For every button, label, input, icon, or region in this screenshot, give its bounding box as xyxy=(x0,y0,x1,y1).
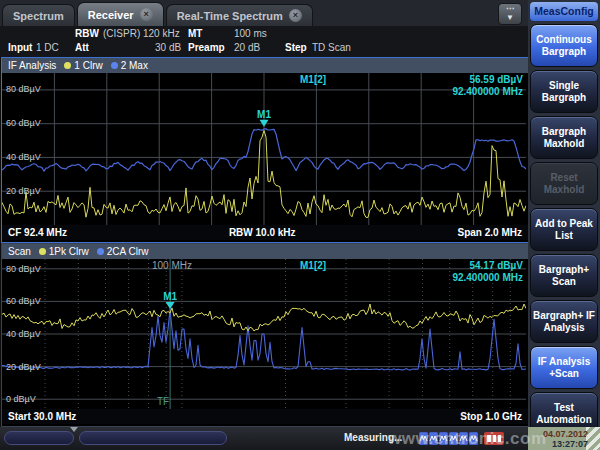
scan-footer: Start 30.0 MHz Stop 1.0 GHz xyxy=(2,409,528,424)
mt-value[interactable]: 100 ms xyxy=(234,28,267,39)
ytick-20: 20 dBµV xyxy=(6,186,41,196)
if-analysis-chart[interactable]: M1 80 dBµV 60 dBµV 40 dBµV 20 dBµV M1[2]… xyxy=(2,73,528,225)
transducer-factor-label: TF xyxy=(157,396,169,407)
softkey-if-analysis-scan[interactable]: IF Analysis +Scan xyxy=(530,346,598,389)
scan-header: Scan 1Pk Clrw 2CA Clrw xyxy=(2,244,528,259)
legend-trace2[interactable]: 2 Max xyxy=(111,60,148,71)
step-value[interactable]: TD Scan xyxy=(312,42,351,53)
tab-label: Spectrum xyxy=(13,10,64,22)
if-spectrum-plot: M1 xyxy=(2,73,526,225)
time-value: 13:27:07 xyxy=(528,439,588,449)
stop-freq-value[interactable]: Stop 1.0 GHz xyxy=(460,409,522,424)
marker-readout-name: M1[2] xyxy=(300,260,326,271)
close-icon[interactable]: × xyxy=(140,8,153,21)
svg-text:M1: M1 xyxy=(163,291,177,302)
marker-readout-freq: 92.400000 MHz xyxy=(452,272,523,283)
marker-readout-level: 56.59 dBµV xyxy=(469,74,523,85)
cf-value[interactable]: CF 92.4 MHz xyxy=(8,225,67,240)
legend-trace1[interactable]: 1Pk Clrw xyxy=(39,246,89,257)
progress-marker-icon xyxy=(70,427,78,432)
tab-overflow-button[interactable]: ⋯ ▼ xyxy=(498,3,522,25)
softkey-menu-title: MeasConfig xyxy=(530,2,598,21)
ytick-40: 40 dBµV xyxy=(6,329,41,339)
chevron-down-icon: ▼ xyxy=(506,13,514,22)
close-icon[interactable]: × xyxy=(289,9,302,22)
softkey-bargraph-if-analysis[interactable]: Bargraph+ IF Analysis xyxy=(530,300,598,343)
softkey-reset-maxhold: Reset Maxhold xyxy=(530,162,598,205)
preamp-value[interactable]: 20 dB xyxy=(234,42,260,53)
trace1-color-dot xyxy=(64,62,71,69)
status-bar: Measuring... xyxy=(0,427,528,450)
trace2-label: 2CA Clrw xyxy=(107,246,149,257)
att-value[interactable]: 30 dB xyxy=(155,42,181,53)
ytick-40: 40 dBµV xyxy=(6,152,41,162)
att-label: Att xyxy=(75,42,89,53)
softkey-bargraph-scan[interactable]: Bargraph+ Scan xyxy=(530,254,598,297)
span-value[interactable]: Span 2.0 MHz xyxy=(458,225,522,240)
preamp-label: Preamp xyxy=(188,42,225,53)
trace2-color-dot xyxy=(97,248,104,255)
scan-window[interactable]: Scan 1Pk Clrw 2CA Clrw M1 100 MHz TF 80 … xyxy=(1,243,529,427)
if-analysis-header: IF Analysis 1 Clrw 2 Max xyxy=(2,58,528,73)
gridline-100mhz-label: 100 MHz xyxy=(152,260,192,271)
softkey-continuous-bargraph[interactable]: Continuous Bargraph xyxy=(530,24,598,67)
step-label: Step xyxy=(285,42,307,53)
ytick-60: 60 dBµV xyxy=(6,118,41,128)
trace1-color-dot xyxy=(39,248,46,255)
ytick-0: 0 dBµV xyxy=(6,394,36,404)
trace-status-icons xyxy=(419,432,479,445)
trace2-label: 2 Max xyxy=(121,60,148,71)
measuring-status: Measuring... xyxy=(344,432,402,443)
softkey-bargraph-maxhold[interactable]: Bargraph Maxhold xyxy=(530,116,598,159)
input-label: Input xyxy=(8,42,32,53)
scan-progress-bar-2 xyxy=(79,431,227,445)
marker-readout-level: 54.17 dBµV xyxy=(469,260,523,271)
overflow-dots-icon: ⋯ xyxy=(506,4,514,13)
red-status-icon xyxy=(484,432,504,445)
marker-readout-name: M1[2] xyxy=(300,74,326,85)
tab-label: Receiver xyxy=(88,9,134,21)
if-analysis-window[interactable]: IF Analysis 1 Clrw 2 Max M1 80 dBµV 60 d… xyxy=(1,57,529,243)
trace1-label: 1 Clrw xyxy=(74,60,102,71)
marker-readout-freq: 92.400000 MHz xyxy=(452,86,523,97)
scan-title: Scan xyxy=(8,246,31,257)
softkey-add-to-peak-list[interactable]: Add to Peak List xyxy=(530,208,598,251)
tab-bar: Spectrum Receiver × Real-Time Spectrum ×… xyxy=(0,0,528,26)
mt-label: MT xyxy=(188,28,202,39)
datetime-display: 04.07.2012 13:27:07 xyxy=(528,427,600,450)
legend-trace2[interactable]: 2CA Clrw xyxy=(97,246,149,257)
ytick-20: 20 dBµV xyxy=(6,362,41,372)
rbw-value[interactable]: (CISPR) 120 kHz xyxy=(103,28,180,39)
svg-text:M1: M1 xyxy=(257,109,271,120)
legend-trace1[interactable]: 1 Clrw xyxy=(64,60,102,71)
date-value: 04.07.2012 xyxy=(528,429,588,439)
softkey-sidebar: MeasConfig Continuous Bargraph Single Ba… xyxy=(528,0,600,450)
instrument-screen: Spectrum Receiver × Real-Time Spectrum ×… xyxy=(0,0,600,450)
ytick-80: 80 dBµV xyxy=(6,84,41,94)
settings-bar: RBW (CISPR) 120 kHz MT 100 ms Input 1 DC… xyxy=(0,26,528,57)
scan-spectrum-plot: M1 xyxy=(2,259,526,409)
start-freq-value[interactable]: Start 30.0 MHz xyxy=(8,409,76,424)
trace2-color-dot xyxy=(111,62,118,69)
scan-chart[interactable]: M1 100 MHz TF 80 dBµV 60 dBµV 40 dBµV 20… xyxy=(2,259,528,409)
softkey-single-bargraph[interactable]: Single Bargraph xyxy=(530,70,598,113)
tab-receiver[interactable]: Receiver × xyxy=(77,2,164,26)
rbw-value[interactable]: RBW 10.0 kHz xyxy=(229,225,296,240)
rbw-label: RBW xyxy=(75,28,99,39)
trace1-label: 1Pk Clrw xyxy=(49,246,89,257)
tab-spectrum[interactable]: Spectrum xyxy=(2,4,75,26)
input-value[interactable]: 1 DC xyxy=(36,42,59,53)
scan-progress-bar-1 xyxy=(4,431,74,445)
if-analysis-footer: CF 92.4 MHz RBW 10.0 kHz Span 2.0 MHz xyxy=(2,225,528,240)
ytick-80: 80 dBµV xyxy=(6,264,41,274)
if-analysis-title: IF Analysis xyxy=(8,60,56,71)
tab-label: Real-Time Spectrum xyxy=(177,10,283,22)
tab-real-time-spectrum[interactable]: Real-Time Spectrum × xyxy=(166,4,313,26)
ytick-60: 60 dBµV xyxy=(6,296,41,306)
